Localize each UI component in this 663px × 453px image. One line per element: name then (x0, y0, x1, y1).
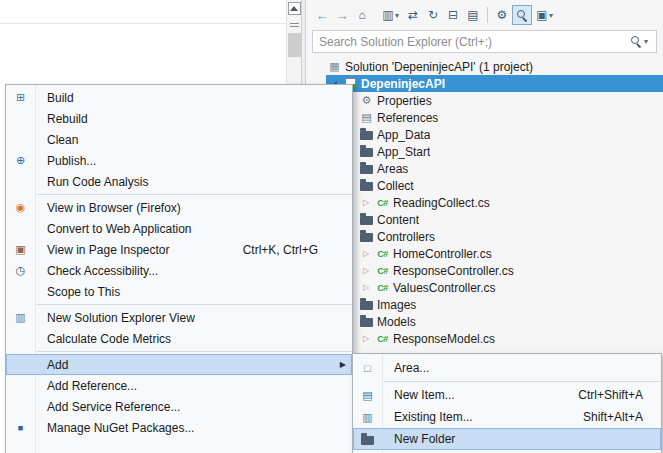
new-item-icon: ▤ (353, 389, 382, 402)
tree-item-references[interactable]: ▤ References (306, 109, 663, 126)
menu-item-calculate-code-metrics[interactable]: Calculate Code Metrics (6, 328, 352, 349)
menu-item-label: New Solution Explorer View (35, 311, 352, 325)
menu-item-check-accessibility[interactable]: ◷ Check Accessibility... (6, 260, 352, 281)
context-menu: ⊞ Build Rebuild Clean ⊕ Publish... Run C… (5, 84, 353, 453)
folder-icon (360, 182, 373, 191)
menu-item-convert-to-web-application[interactable]: Convert to Web Application (6, 218, 352, 239)
tree-item-file[interactable]: ▷ C# HomeController.cs (306, 245, 663, 262)
tree-item-folder[interactable]: Areas (306, 160, 663, 177)
submenu-arrow-icon: ▶ (340, 360, 346, 369)
menu-item-shortcut: Ctrl+Shift+A (578, 388, 661, 402)
folder-icon (360, 165, 373, 174)
collapse-arrow-icon[interactable]: ▷ (360, 335, 372, 343)
menu-separator (37, 194, 352, 195)
search-options-caret-icon[interactable]: ▾ (644, 37, 652, 46)
page-inspector-icon: ▣ (6, 243, 35, 256)
tree-item-folder[interactable]: Images (306, 296, 663, 313)
tree-item-folder[interactable]: ◢ Collect (306, 177, 663, 194)
menu-item-label: Add Reference... (35, 379, 352, 393)
show-all-files-button[interactable]: ▤ (463, 5, 483, 25)
menu-separator (384, 381, 661, 382)
tree-item-properties[interactable]: ⚙ Properties (306, 92, 663, 109)
tree-item-project[interactable]: ◢ DepeninjecAPI (306, 75, 663, 92)
accessibility-icon: ◷ (6, 264, 35, 277)
collapse-arrow-icon[interactable]: ▷ (360, 267, 372, 275)
tree-item-label: ReadingCollect.cs (393, 196, 490, 210)
menu-item-publish[interactable]: ⊕ Publish... (6, 150, 352, 171)
search-icon[interactable] (631, 36, 642, 47)
menu-item-build[interactable]: ⊞ Build (6, 87, 352, 108)
preview-selected-items-button[interactable] (512, 5, 532, 25)
menu-item-label: Rebuild (35, 112, 352, 126)
menu-item-scope-to-this[interactable]: Scope to This (6, 281, 352, 302)
menu-item-add-service-reference[interactable]: Add Service Reference... (6, 396, 352, 417)
references-icon: ▤ (359, 110, 374, 125)
tree-item-file[interactable]: ▷ C# ReadingCollect.cs (306, 194, 663, 211)
tree-item-label: App_Start (377, 145, 430, 159)
forward-button[interactable]: → (332, 5, 352, 25)
folder-icon (360, 301, 373, 310)
browser-icon: ◉ (6, 201, 35, 214)
area-icon: □ (353, 362, 382, 374)
tree-item-label: Areas (377, 162, 408, 176)
menu-item-label: Scope to This (35, 285, 352, 299)
collapse-arrow-icon[interactable]: ▷ (360, 250, 372, 258)
new-solution-explorer-view-icon: ▥ (6, 311, 35, 324)
toolbar-overflow-caret-icon[interactable]: ▾ (549, 11, 557, 20)
back-button[interactable]: ← (312, 5, 332, 25)
menu-item-label: Convert to Web Application (35, 222, 352, 236)
tree-item-folder[interactable]: Content (306, 211, 663, 228)
tree-item-file[interactable]: ▷ C# ValuesController.cs (306, 279, 663, 296)
menu-item-rebuild[interactable]: Rebuild (6, 108, 352, 129)
collapse-arrow-icon[interactable]: ▷ (360, 199, 372, 207)
refresh-button[interactable]: ↻ (423, 5, 443, 25)
add-submenu: □ Area... ▤ New Item... Ctrl+Shift+A ▥ E… (352, 353, 662, 453)
home-button[interactable]: ⌂ (352, 5, 372, 25)
menu-item-label: Area... (382, 361, 661, 375)
splitter-grip[interactable] (290, 23, 299, 27)
folder-icon (360, 233, 373, 242)
csharp-file-icon: C# (375, 195, 390, 210)
menu-item-new-solution-explorer-view[interactable]: ▥ New Solution Explorer View (6, 307, 352, 328)
submenu-item-new-folder[interactable]: New Folder (353, 428, 661, 450)
menu-item-label: New Item... (382, 388, 578, 402)
menu-item-run-code-analysis[interactable]: Run Code Analysis (6, 171, 352, 192)
menu-item-view-in-page-inspector[interactable]: ▣ View in Page Inspector Ctrl+K, Ctrl+G (6, 239, 352, 260)
submenu-item-area[interactable]: □ Area... (353, 357, 661, 379)
tree-item-folder[interactable]: App_Start (306, 143, 663, 160)
menu-item-clean[interactable]: Clean (6, 129, 352, 150)
tree-item-label: Solution 'DepeninjecAPI' (1 project) (345, 60, 533, 74)
tree-item-folder[interactable]: ◢ Models (306, 313, 663, 330)
menu-item-label: Publish... (35, 154, 352, 168)
menu-item-view-in-browser[interactable]: ◉ View in Browser (Firefox) (6, 197, 352, 218)
tree-item-folder[interactable]: ◢ Controllers (306, 228, 663, 245)
scrollbar-thumb[interactable] (288, 33, 301, 57)
tree-item-solution[interactable]: ▦ Solution 'DepeninjecAPI' (1 project) (306, 58, 663, 75)
menu-item-manage-nuget-packages[interactable]: ■ Manage NuGet Packages... (6, 417, 352, 438)
tree-item-file[interactable]: ▷ C# ResponseController.cs (306, 262, 663, 279)
tree-item-label: ResponseModel.cs (393, 332, 495, 346)
sync-with-active-document-button[interactable]: ⇄ (403, 5, 423, 25)
editor-header (0, 0, 301, 24)
menu-item-label: Existing Item... (382, 410, 583, 424)
submenu-item-new-item[interactable]: ▤ New Item... Ctrl+Shift+A (353, 384, 661, 406)
collapse-all-button[interactable]: ⊟ (443, 5, 463, 25)
search-input[interactable] (312, 30, 657, 53)
scroll-up-button[interactable] (288, 2, 301, 15)
tree-item-label: Models (377, 315, 416, 329)
tree-item-label: Collect (377, 179, 414, 193)
menu-item-label: New Folder (382, 432, 661, 446)
switch-views-caret-icon[interactable]: ▾ (395, 11, 403, 20)
tree-item-label: DepeninjecAPI (361, 77, 445, 91)
menu-item-add-reference[interactable]: Add Reference... (6, 375, 352, 396)
folder-icon (360, 131, 373, 140)
properties-button[interactable]: ⚙ (492, 5, 512, 25)
tree-item-folder[interactable]: App_Data (306, 126, 663, 143)
tree-item-file[interactable]: ▷ C# ResponseModel.cs (306, 330, 663, 347)
menu-item-add[interactable]: Add ▶ (6, 354, 352, 375)
collapse-arrow-icon[interactable]: ▷ (360, 284, 372, 292)
submenu-item-existing-item[interactable]: ▥ Existing Item... Shift+Alt+A (353, 406, 661, 428)
menu-separator (37, 351, 352, 352)
menu-item-label: View in Browser (Firefox) (35, 201, 352, 215)
csharp-file-icon: C# (375, 280, 390, 295)
